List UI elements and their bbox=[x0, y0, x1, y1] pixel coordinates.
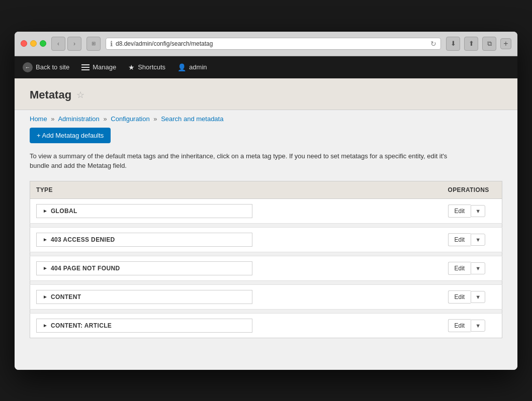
operations-buttons: Edit ▼ bbox=[448, 319, 496, 332]
breadcrumb-configuration-link[interactable]: Configuration bbox=[111, 115, 149, 123]
operations-cell: Edit ▼ bbox=[442, 313, 502, 338]
page-content: Metatag ☆ Home » Administration » Config… bbox=[15, 78, 517, 370]
address-bar-wrapper: ℹ ↻ bbox=[106, 38, 441, 50]
type-label: GLOBAL bbox=[51, 208, 77, 215]
forward-button[interactable]: › bbox=[67, 37, 81, 51]
breadcrumb: Home » Administration » Configuration » … bbox=[15, 110, 517, 128]
breadcrumb-administration-link[interactable]: Administration bbox=[58, 115, 99, 123]
breadcrumb-sep-2: » bbox=[103, 115, 107, 123]
type-expand-arrow-icon: ► bbox=[43, 265, 48, 271]
type-expand-arrow-icon: ► bbox=[43, 323, 48, 328]
type-box[interactable]: ► GLOBAL bbox=[36, 204, 252, 218]
shortcuts-menu-item[interactable]: ★ Shortcuts bbox=[128, 61, 165, 73]
table-row: ► GLOBAL Edit ▼ bbox=[30, 198, 502, 223]
type-box[interactable]: ► CONTENT bbox=[36, 290, 252, 304]
operations-cell: Edit ▼ bbox=[442, 284, 502, 309]
edit-dropdown-button[interactable]: ▼ bbox=[471, 291, 485, 303]
new-tab-button[interactable]: + bbox=[500, 38, 511, 49]
back-button[interactable]: ‹ bbox=[51, 37, 65, 51]
site-info-icon[interactable]: ℹ bbox=[110, 40, 113, 48]
extensions-button[interactable]: ⧉ bbox=[482, 37, 496, 51]
share-button[interactable]: ⬆ bbox=[464, 37, 478, 51]
back-arrow-icon: ← bbox=[23, 62, 33, 72]
breadcrumb-sep-1: » bbox=[51, 115, 54, 123]
edit-button[interactable]: Edit bbox=[448, 290, 471, 304]
operations-buttons: Edit ▼ bbox=[448, 233, 496, 246]
toolbar-icons: ⬇ ⬆ ⧉ + bbox=[446, 37, 511, 51]
maximize-window-button[interactable] bbox=[40, 40, 46, 47]
type-label: CONTENT bbox=[51, 293, 81, 300]
type-expand-arrow-icon: ► bbox=[43, 237, 48, 242]
table-row-separator bbox=[30, 223, 502, 227]
add-metatag-defaults-button[interactable]: + Add Metatag defaults bbox=[30, 128, 111, 143]
table-header-row: TYPE OPERATIONS bbox=[30, 181, 502, 198]
table-row: ► CONTENT Edit ▼ bbox=[30, 284, 502, 309]
reload-button[interactable]: ↻ bbox=[430, 40, 436, 48]
browser-window: ‹ › ⊞ ℹ ↻ ⬇ ⬆ ⧉ + ← Back to site Manage bbox=[15, 32, 517, 370]
user-icon: 👤 bbox=[178, 63, 186, 71]
table-row-separator bbox=[30, 309, 502, 313]
manage-label: Manage bbox=[93, 63, 116, 71]
admin-toolbar: ← Back to site Manage ★ Shortcuts 👤 admi… bbox=[15, 56, 517, 78]
table-row-separator bbox=[30, 252, 502, 256]
star-icon: ★ bbox=[128, 63, 135, 71]
breadcrumb-home-link[interactable]: Home bbox=[30, 115, 47, 123]
edit-dropdown-button[interactable]: ▼ bbox=[471, 320, 485, 332]
page-description: To view a summary of the default meta ta… bbox=[30, 151, 467, 171]
operations-buttons: Edit ▼ bbox=[448, 290, 496, 304]
reader-view-button[interactable]: ⊞ bbox=[86, 37, 101, 51]
edit-dropdown-button[interactable]: ▼ bbox=[471, 262, 485, 274]
edit-button[interactable]: Edit bbox=[448, 233, 471, 246]
back-to-site-label: Back to site bbox=[36, 63, 69, 71]
browser-chrome: ‹ › ⊞ ℹ ↻ ⬇ ⬆ ⧉ + bbox=[15, 32, 517, 56]
edit-button[interactable]: Edit bbox=[448, 319, 471, 332]
table-row: ► 404 PAGE NOT FOUND Edit ▼ bbox=[30, 256, 502, 280]
type-cell: ► CONTENT bbox=[30, 284, 442, 309]
type-expand-arrow-icon: ► bbox=[43, 208, 48, 214]
type-box[interactable]: ► 403 ACCESS DENIED bbox=[36, 233, 252, 247]
edit-dropdown-button[interactable]: ▼ bbox=[471, 234, 485, 246]
manage-menu-item[interactable]: Manage bbox=[81, 61, 116, 73]
type-cell: ► 404 PAGE NOT FOUND bbox=[30, 256, 442, 280]
metatag-table: TYPE OPERATIONS ► GLOBAL Edit ▼ ► 403 A bbox=[30, 181, 502, 338]
favorite-star-icon[interactable]: ☆ bbox=[76, 89, 84, 101]
table-row: ► CONTENT: ARTICLE Edit ▼ bbox=[30, 313, 502, 338]
address-input[interactable] bbox=[116, 40, 427, 47]
type-box[interactable]: ► 404 PAGE NOT FOUND bbox=[36, 261, 252, 275]
page-title: Metatag bbox=[30, 88, 71, 102]
close-window-button[interactable] bbox=[21, 40, 27, 47]
type-cell: ► GLOBAL bbox=[30, 198, 442, 223]
breadcrumb-search-metadata-link[interactable]: Search and metadata bbox=[161, 115, 223, 123]
type-label: CONTENT: ARTICLE bbox=[51, 322, 112, 329]
type-column-header: TYPE bbox=[30, 181, 442, 198]
table-row: ► 403 ACCESS DENIED Edit ▼ bbox=[30, 227, 502, 252]
operations-column-header: OPERATIONS bbox=[442, 181, 502, 198]
type-box[interactable]: ► CONTENT: ARTICLE bbox=[36, 319, 252, 333]
operations-cell: Edit ▼ bbox=[442, 227, 502, 252]
content-area: + Add Metatag defaults To view a summary… bbox=[15, 128, 517, 348]
type-label: 403 ACCESS DENIED bbox=[51, 236, 115, 243]
shortcuts-label: Shortcuts bbox=[138, 63, 165, 71]
edit-dropdown-button[interactable]: ▼ bbox=[471, 205, 485, 217]
operations-buttons: Edit ▼ bbox=[448, 262, 496, 275]
type-label: 404 PAGE NOT FOUND bbox=[51, 265, 120, 272]
type-cell: ► CONTENT: ARTICLE bbox=[30, 313, 442, 338]
operations-buttons: Edit ▼ bbox=[448, 205, 496, 218]
page-header: Metatag ☆ bbox=[15, 78, 517, 110]
type-cell: ► 403 ACCESS DENIED bbox=[30, 227, 442, 252]
operations-cell: Edit ▼ bbox=[442, 256, 502, 280]
admin-user-menu-item[interactable]: 👤 admin bbox=[178, 61, 207, 73]
table-row-separator bbox=[30, 280, 502, 284]
download-button[interactable]: ⬇ bbox=[446, 37, 460, 51]
edit-button[interactable]: Edit bbox=[448, 262, 471, 275]
back-to-site-link[interactable]: ← Back to site bbox=[23, 60, 69, 74]
window-controls bbox=[21, 40, 46, 47]
edit-button[interactable]: Edit bbox=[448, 205, 471, 218]
operations-cell: Edit ▼ bbox=[442, 198, 502, 223]
minimize-window-button[interactable] bbox=[30, 40, 37, 47]
type-expand-arrow-icon: ► bbox=[43, 294, 48, 299]
admin-label: admin bbox=[189, 63, 207, 71]
hamburger-icon bbox=[81, 64, 90, 70]
breadcrumb-sep-3: » bbox=[153, 115, 157, 123]
nav-buttons: ‹ › bbox=[51, 37, 81, 51]
